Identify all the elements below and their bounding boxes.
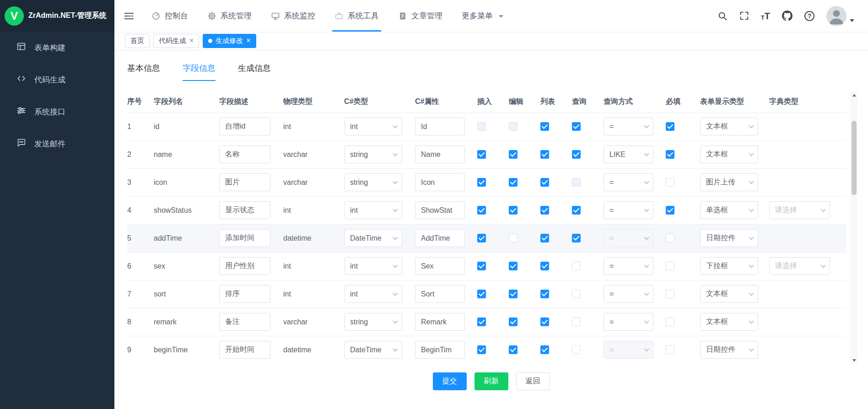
query-mode-select[interactable]: = <box>604 201 653 219</box>
search-icon[interactable] <box>717 11 728 21</box>
scrollbar-thumb[interactable] <box>852 121 857 195</box>
query-checkbox[interactable] <box>572 318 581 326</box>
required-checkbox[interactable] <box>666 318 674 326</box>
display-type-select[interactable]: 下拉框 <box>700 257 758 275</box>
cs-type-select[interactable]: DateTime <box>344 229 402 247</box>
edit-checkbox[interactable] <box>509 234 518 242</box>
cs-type-select[interactable]: DateTime <box>344 341 402 359</box>
list-checkbox[interactable] <box>540 234 549 242</box>
submit-button[interactable]: 提交 <box>433 372 467 390</box>
query-mode-select[interactable]: = <box>604 285 653 303</box>
user-menu[interactable] <box>826 6 854 26</box>
nav-item-system-monitor[interactable]: 系统监控 <box>261 0 325 32</box>
fullscreen-icon[interactable] <box>739 11 749 21</box>
column-desc-input[interactable] <box>219 201 270 219</box>
required-checkbox[interactable] <box>666 178 674 187</box>
cs-prop-input[interactable] <box>415 341 465 359</box>
list-checkbox[interactable] <box>540 262 549 270</box>
edit-checkbox[interactable] <box>509 345 518 354</box>
sidebar-item-form-build[interactable]: 表单构建 <box>0 32 114 64</box>
cs-prop-input[interactable] <box>415 201 465 219</box>
query-mode-select[interactable]: LIKE <box>604 145 653 163</box>
edit-checkbox[interactable] <box>509 290 518 298</box>
column-desc-input[interactable] <box>219 341 270 359</box>
tab-field-info[interactable]: 字段信息 <box>183 63 216 81</box>
column-desc-input[interactable] <box>219 145 270 163</box>
avatar[interactable] <box>826 6 846 26</box>
cs-type-select[interactable]: int <box>344 257 402 275</box>
cs-type-select[interactable]: string <box>344 173 402 191</box>
scroll-up-arrow-icon[interactable] <box>851 91 857 98</box>
sidebar-item-code-gen[interactable]: 代码生成 <box>0 64 114 96</box>
required-checkbox[interactable] <box>666 150 674 159</box>
scroll-down-arrow-icon[interactable] <box>851 357 857 364</box>
cs-type-select[interactable]: string <box>344 145 402 163</box>
nav-item-article-admin[interactable]: 文章管理 <box>388 0 452 32</box>
required-checkbox[interactable] <box>666 345 674 354</box>
insert-checkbox[interactable] <box>477 318 486 326</box>
table-scrollbar[interactable] <box>851 91 857 364</box>
list-checkbox[interactable] <box>540 345 549 354</box>
cs-type-select[interactable]: int <box>344 118 402 135</box>
query-checkbox[interactable] <box>572 262 581 270</box>
required-checkbox[interactable] <box>666 206 674 215</box>
display-type-select[interactable]: 文本框 <box>700 145 758 163</box>
sidebar-item-api[interactable]: 系统接口 <box>0 96 114 128</box>
required-checkbox[interactable] <box>666 290 674 298</box>
query-checkbox[interactable] <box>572 122 581 131</box>
column-desc-input[interactable] <box>219 229 270 247</box>
close-icon[interactable]: × <box>246 37 250 44</box>
query-mode-select[interactable]: = <box>604 118 653 135</box>
edit-checkbox[interactable] <box>509 318 518 326</box>
display-type-select[interactable]: 图片上传 <box>700 173 758 191</box>
cs-prop-input[interactable] <box>415 173 465 191</box>
query-checkbox[interactable] <box>572 234 581 242</box>
cs-prop-input[interactable] <box>415 118 465 135</box>
dict-type-select[interactable]: 请选择 <box>769 257 830 275</box>
column-desc-input[interactable] <box>219 118 270 135</box>
required-checkbox[interactable] <box>666 122 674 131</box>
edit-checkbox[interactable] <box>509 150 518 159</box>
required-checkbox[interactable] <box>666 234 674 242</box>
tab-basic-info[interactable]: 基本信息 <box>127 63 160 81</box>
list-checkbox[interactable] <box>540 206 549 215</box>
tag-code-gen[interactable]: 代码生成 × <box>153 34 199 48</box>
cs-prop-input[interactable] <box>415 285 465 303</box>
list-checkbox[interactable] <box>540 122 549 131</box>
insert-checkbox[interactable] <box>477 345 486 354</box>
cs-prop-input[interactable] <box>415 145 465 163</box>
list-checkbox[interactable] <box>540 150 549 159</box>
nav-item-system-tools[interactable]: 系统工具 <box>325 0 388 32</box>
tag-gen-edit[interactable]: 生成修改 × <box>203 34 256 48</box>
cs-prop-input[interactable] <box>415 257 465 275</box>
column-desc-input[interactable] <box>219 257 270 275</box>
cs-type-select[interactable]: int <box>344 285 402 303</box>
list-checkbox[interactable] <box>540 318 549 326</box>
column-desc-input[interactable] <box>219 285 270 303</box>
close-icon[interactable]: × <box>189 37 194 44</box>
display-type-select[interactable]: 文本框 <box>700 313 758 331</box>
required-checkbox[interactable] <box>666 262 674 270</box>
edit-checkbox[interactable] <box>509 178 518 187</box>
sidebar-item-mail[interactable]: 发送邮件 <box>0 128 114 160</box>
query-mode-select[interactable]: = <box>604 173 653 191</box>
github-icon[interactable] <box>782 11 793 21</box>
query-mode-select[interactable]: = <box>604 313 653 331</box>
display-type-select[interactable]: 日期控件 <box>700 341 758 359</box>
insert-checkbox[interactable] <box>477 290 486 298</box>
query-checkbox[interactable] <box>572 290 581 298</box>
refresh-button[interactable]: 刷新 <box>474 372 508 390</box>
font-size-icon[interactable]: TT <box>761 11 770 21</box>
display-type-select[interactable]: 单选框 <box>700 201 758 219</box>
query-checkbox[interactable] <box>572 150 581 159</box>
cs-prop-input[interactable] <box>415 313 465 331</box>
nav-item-system-admin[interactable]: 系统管理 <box>198 0 261 32</box>
help-icon[interactable]: ? <box>804 11 814 21</box>
edit-checkbox[interactable] <box>509 206 518 215</box>
cs-prop-input[interactable] <box>415 229 465 247</box>
back-button[interactable]: 返回 <box>516 372 550 390</box>
edit-checkbox[interactable] <box>509 262 518 270</box>
cs-type-select[interactable]: int <box>344 201 402 219</box>
cs-type-select[interactable]: string <box>344 313 402 331</box>
tag-home[interactable]: 首页 <box>125 34 150 48</box>
